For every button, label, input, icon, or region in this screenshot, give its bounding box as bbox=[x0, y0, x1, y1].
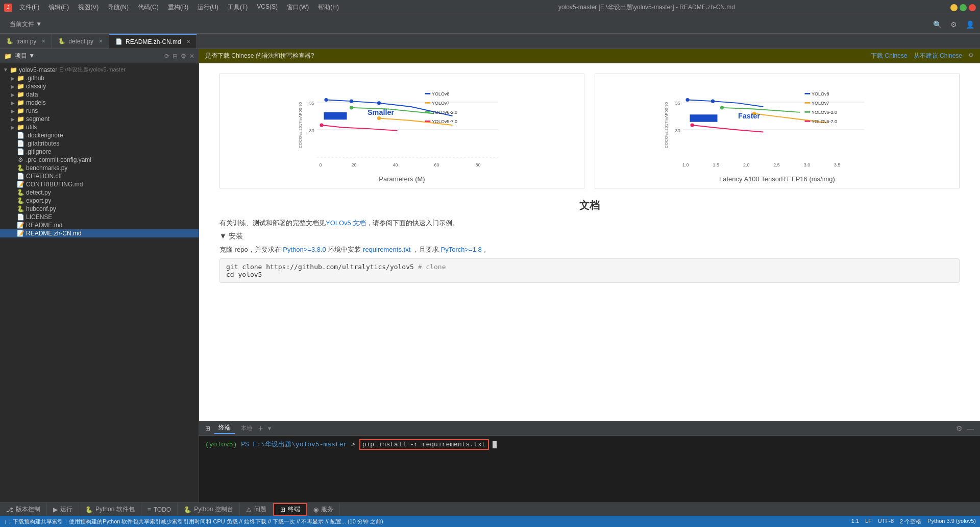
settings-icon[interactable]: ⚙ bbox=[181, 53, 186, 60]
indent-size[interactable]: 2 个空格 bbox=[900, 518, 921, 525]
tool-tab-terminal[interactable]: ⊞ 终端 bbox=[273, 503, 307, 516]
tree-item-runs[interactable]: ▶ 📁 runs bbox=[0, 107, 199, 115]
menu-tools[interactable]: 工具(T) bbox=[224, 2, 252, 13]
menu-refactor[interactable]: 重构(R) bbox=[164, 2, 193, 13]
tree-root[interactable]: ▼ 📁 yolov5-master E:\华设出题\yolov5-master bbox=[0, 65, 199, 74]
tab-close-icon[interactable]: ✕ bbox=[99, 38, 103, 44]
md-icon: 📝 bbox=[16, 230, 24, 237]
tool-tab-python-console[interactable]: 🐍 Python 控制台 bbox=[178, 503, 240, 516]
tool-tab-problems[interactable]: ⚠ 问题 bbox=[240, 503, 273, 516]
file-tree: ▼ 📁 yolov5-master E:\华设出题\yolov5-master … bbox=[0, 63, 199, 502]
sidebar-icons: ⟳ ⊟ ⚙ ✕ bbox=[164, 53, 194, 60]
python-link[interactable]: Python>=3.8.0 bbox=[283, 246, 326, 253]
minimize-button[interactable] bbox=[950, 4, 958, 11]
tree-item-detect[interactable]: 🐍 detect.py bbox=[0, 188, 199, 197]
menu-navigate[interactable]: 导航(N) bbox=[104, 2, 133, 13]
download-banner: 是否下载 Chinese 的语法和拼写检查器? 下载 Chinese 从不建议 … bbox=[199, 49, 980, 63]
menu-window[interactable]: 窗口(W) bbox=[283, 2, 313, 13]
tree-item-readme-zh[interactable]: 📝 README.zh-CN.md bbox=[0, 229, 199, 237]
sidebar-header-label[interactable]: 项目 ▼ bbox=[15, 52, 35, 60]
tree-item-gitattributes[interactable]: 📄 .gitattributes bbox=[0, 139, 199, 148]
window-controls bbox=[950, 4, 976, 11]
folder-icon: 📁 bbox=[16, 107, 24, 114]
problems-icon: ⚠ bbox=[246, 506, 252, 513]
menu-run[interactable]: 运行(U) bbox=[193, 2, 223, 13]
tab-train-py[interactable]: 🐍 train.py ✕ bbox=[0, 34, 52, 49]
md-icon: 📄 bbox=[115, 38, 122, 45]
toolbar-profile-btn[interactable]: 当前文件 ▼ bbox=[4, 18, 47, 31]
close-icon[interactable]: ✕ bbox=[189, 53, 194, 60]
menu-vcs[interactable]: VCS(S) bbox=[253, 2, 282, 13]
tree-item-classify[interactable]: ▶ 📁 classify bbox=[0, 82, 199, 90]
file-icon: 📄 bbox=[16, 132, 24, 139]
add-terminal-icon[interactable]: + bbox=[258, 424, 263, 433]
download-chinese-link[interactable]: 下载 Chinese bbox=[871, 52, 907, 60]
tool-tab-todo[interactable]: ≡ TODO bbox=[141, 503, 178, 516]
expand-arrow: ▶ bbox=[9, 125, 16, 130]
maximize-button[interactable] bbox=[960, 4, 967, 11]
tree-item-hubconf[interactable]: 🐍 hubconf.py bbox=[0, 205, 199, 213]
terminal-header: ⊞ 终端 本地 + ▾ ⚙ — bbox=[199, 421, 980, 436]
pytorch-link[interactable]: PyTorch>=1.8 bbox=[441, 246, 482, 253]
tree-item-models[interactable]: ▶ 📁 models bbox=[0, 99, 199, 107]
terminal-local-tab[interactable]: 终端 bbox=[214, 422, 235, 434]
yaml-icon: ⚙ bbox=[16, 156, 24, 163]
terminal-settings-icon[interactable]: ⚙ bbox=[956, 424, 963, 433]
line-ending[interactable]: LF bbox=[865, 518, 872, 525]
tree-item-export[interactable]: 🐍 export.py bbox=[0, 197, 199, 205]
folder-icon: 📁 bbox=[16, 124, 24, 131]
status-left-text: ↓ ↓ 下载预构建共享索引：使用预构建的Python 软件包共享索引减少索引引用… bbox=[4, 518, 383, 525]
tab-close-icon[interactable]: ✕ bbox=[41, 38, 45, 44]
tree-root-path: E:\华设出题\yolov5-master bbox=[59, 66, 126, 74]
settings-icon[interactable]: ⚙ bbox=[947, 18, 960, 31]
svg-text:1.5: 1.5 bbox=[713, 162, 720, 167]
yolov5-link[interactable]: YOLOv5 文档 bbox=[326, 219, 366, 227]
collapse-icon[interactable]: ⊟ bbox=[173, 53, 178, 60]
close-button[interactable] bbox=[969, 4, 976, 11]
tool-tab-vcs[interactable]: ⎇ 版本控制 bbox=[0, 503, 47, 516]
tree-item-utils[interactable]: ▶ 📁 utils bbox=[0, 123, 199, 131]
menu-code[interactable]: 代码(C) bbox=[134, 2, 163, 13]
tree-item-citation[interactable]: 📄 CITATION.cff bbox=[0, 172, 199, 180]
vcs-icon: ⎇ bbox=[6, 506, 13, 513]
python-console-icon: 🐍 bbox=[184, 506, 191, 513]
expand-terminal-icon[interactable]: ▾ bbox=[268, 425, 271, 432]
tab-detect-py[interactable]: 🐍 detect.py ✕ bbox=[52, 34, 109, 49]
python-version[interactable]: Python 3.9 (yolov5) bbox=[927, 518, 976, 525]
tool-tab-packages[interactable]: 🐍 Python 软件包 bbox=[79, 503, 141, 516]
tab-label: detect.py bbox=[68, 38, 93, 45]
no-suggest-link[interactable]: 从不建议 Chinese bbox=[914, 52, 962, 60]
menu-help[interactable]: 帮助(H) bbox=[314, 2, 343, 13]
terminal-minimize-icon[interactable]: — bbox=[967, 424, 974, 433]
cursor-position[interactable]: 1:1 bbox=[851, 518, 859, 525]
terminal-body[interactable]: (yolov5) PS E:\华设出题\yolov5-master > pip … bbox=[199, 436, 980, 502]
requirements-link[interactable]: requirements.txt bbox=[363, 246, 410, 253]
tree-item-dockerignore[interactable]: 📄 .dockerignore bbox=[0, 131, 199, 139]
tree-item-data[interactable]: ▶ 📁 data bbox=[0, 90, 199, 99]
tool-tab-services[interactable]: ◉ 服务 bbox=[307, 503, 340, 516]
doc-section: 文档 有关训练、测试和部署的完整文档见YOLOv5 文档，请参阅下面的快速入门示… bbox=[219, 199, 960, 283]
file-icon: 📄 bbox=[16, 173, 24, 180]
sync-icon[interactable]: ⟳ bbox=[164, 53, 169, 60]
user-icon[interactable]: 👤 bbox=[964, 18, 976, 31]
tree-item-segment[interactable]: ▶ 📁 segment bbox=[0, 115, 199, 123]
tree-item-license[interactable]: 📄 LICENSE bbox=[0, 213, 199, 221]
tree-item-github[interactable]: ▶ 📁 .github bbox=[0, 74, 199, 82]
encoding[interactable]: UTF-8 bbox=[878, 518, 894, 525]
tree-item-benchmarks[interactable]: 🐍 benchmarks.py bbox=[0, 164, 199, 172]
tree-item-readme[interactable]: 📝 README.md bbox=[0, 221, 199, 229]
menu-edit[interactable]: 编辑(E) bbox=[44, 2, 73, 13]
menu-view[interactable]: 视图(V) bbox=[74, 2, 103, 13]
tab-close-icon[interactable]: ✕ bbox=[186, 39, 190, 44]
banner-settings-icon[interactable]: ⚙ bbox=[968, 52, 974, 60]
search-icon[interactable]: 🔍 bbox=[931, 18, 943, 31]
tree-item-precommit[interactable]: ⚙ .pre-commit-config.yaml bbox=[0, 156, 199, 164]
tab-readme-zh[interactable]: 📄 README.zh-CN.md ✕ bbox=[109, 34, 197, 49]
svg-text:YOLOv8: YOLOv8 bbox=[812, 91, 829, 97]
tool-tab-run[interactable]: ▶ 运行 bbox=[47, 503, 79, 516]
chart-area-2: COCOval2017mAP50-95 35 30 1.0 1.5 2.0 2.… bbox=[600, 79, 954, 171]
tree-item-contributing[interactable]: 📝 CONTRIBUTING.md bbox=[0, 180, 199, 188]
menu-file[interactable]: 文件(F) bbox=[15, 2, 43, 13]
folder-icon: 📁 bbox=[16, 99, 24, 106]
tree-item-gitignore[interactable]: 📄 .gitignore bbox=[0, 148, 199, 156]
